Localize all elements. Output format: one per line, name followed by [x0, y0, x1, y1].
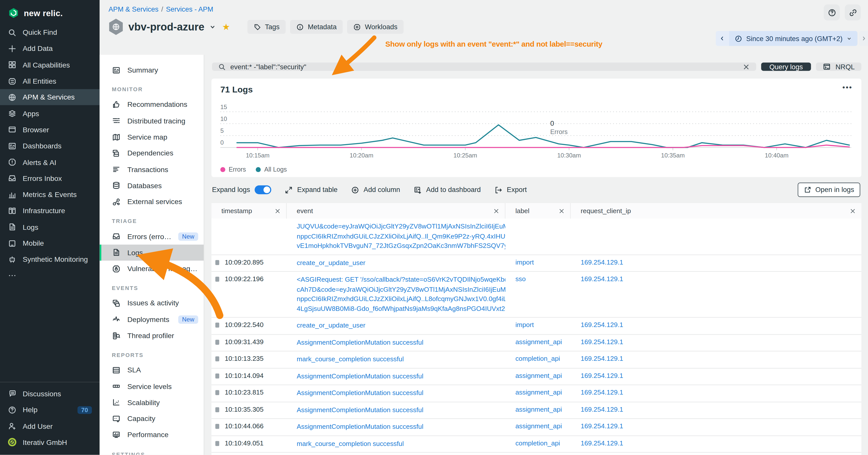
workloads-button[interactable]: Workloads — [347, 20, 403, 34]
column-header-label[interactable]: label — [505, 203, 570, 219]
ip-link[interactable]: 169.254.129.1 — [581, 422, 623, 430]
breadcrumb-services-apm[interactable]: Services - APM — [166, 5, 213, 13]
table-row[interactable]: 10:10:35.305AssignmentCompletionMutation… — [212, 401, 862, 419]
clear-query-icon[interactable] — [742, 63, 750, 70]
event-link[interactable]: <ASGIRequest: GET '/sso/callback/?state=… — [297, 275, 500, 285]
subnav-item-vulnerability-management[interactable]: Vulnerability Management — [99, 260, 204, 277]
ip-link[interactable]: 169.254.129.1 — [581, 439, 623, 447]
subnav-item-external-services[interactable]: External services — [99, 194, 204, 210]
event-link[interactable]: create_or_update_user — [297, 321, 500, 330]
title-chevron-down-icon[interactable] — [210, 24, 216, 30]
event-link[interactable]: mark_course_completion successful — [297, 355, 500, 364]
subnav-item-transactions[interactable]: Transactions — [99, 161, 204, 177]
column-header-timestamp[interactable]: timestamp — [212, 203, 287, 219]
event-link[interactable]: 4LgSjsuUW8B0Mi8-Gdo_f6ofWhjpatNs9jaMs9qK… — [297, 304, 500, 314]
sidebar-item-infrastructure[interactable]: Infrastructure — [0, 202, 99, 219]
ip-link[interactable]: 169.254.129.1 — [581, 275, 623, 283]
column-header-request-client-ip[interactable]: request_client_ip — [571, 203, 862, 219]
table-row[interactable]: 10:09:20.895create_or_update_userimport1… — [212, 254, 862, 271]
label-link[interactable]: assignment_api — [516, 422, 562, 430]
sidebar-item-errors-inbox[interactable]: Errors Inbox — [0, 170, 99, 187]
panel-menu-button[interactable]: ••• — [842, 85, 852, 90]
subnav-item-logs[interactable]: Logs — [99, 245, 204, 260]
query-logs-button[interactable]: Query logs — [761, 63, 811, 71]
sidebar-item-item[interactable] — [0, 267, 99, 284]
subnav-item-errors-errors-inb[interactable]: Errors (errors inb...New — [99, 228, 204, 245]
label-link[interactable]: assignment_api — [516, 371, 562, 380]
breadcrumb-apm-services[interactable]: APM & Services — [108, 5, 158, 13]
subnav-item-distributed-tracing[interactable]: Distributed tracing — [99, 112, 204, 129]
log-search-input[interactable]: event:* -"label":"security" — [212, 63, 756, 71]
sidebar-item-synthetic-monitoring[interactable]: Synthetic Monitoring — [0, 252, 99, 267]
event-link[interactable]: AssignmentCompletionMutation successful — [297, 338, 500, 348]
ip-link[interactable]: 169.254.129.1 — [581, 258, 623, 266]
export-button[interactable]: Export — [494, 186, 527, 194]
table-row[interactable]: 10:10:13.235mark_course_completion succe… — [212, 351, 862, 368]
sidebar-item-metrics-events[interactable]: Metrics & Events — [0, 187, 99, 202]
event-link[interactable]: nppcCI6IkRIZmxhdGUiLCJzZXliOilxLjAifQ..L… — [297, 294, 500, 304]
sidebar-item-add-data[interactable]: Add Data — [0, 40, 99, 57]
subnav-item-service-levels[interactable]: Service levels — [99, 378, 204, 394]
ip-link[interactable]: 169.254.129.1 — [581, 405, 623, 413]
event-link[interactable]: AssignmentCompletionMutation successful — [297, 371, 500, 381]
copy-permalink-button[interactable] — [845, 4, 861, 21]
sidebar-item-browser[interactable]: Browser — [0, 122, 99, 138]
table-row[interactable]: 10:10:23.815AssignmentCompletionMutation… — [212, 385, 862, 401]
sidebar-item-alerts-ai[interactable]: Alerts & AI — [0, 154, 99, 170]
subnav-item-performance[interactable]: Performance — [99, 427, 204, 443]
legend-item-errors[interactable]: Errors — [220, 166, 246, 172]
time-range-dropdown[interactable]: Since 30 minutes ago (GMT+2) — [729, 31, 858, 46]
table-row[interactable]: 10:10:14.094AssignmentCompletionMutation… — [212, 368, 862, 385]
sidebar-item-quick-find[interactable]: Quick Find — [0, 25, 99, 40]
table-row[interactable]: 10:09:31.439AssignmentCompletionMutation… — [212, 334, 862, 351]
column-header-event[interactable]: event — [287, 203, 505, 219]
label-link[interactable]: sso — [516, 275, 526, 283]
sidebar-item-all-entities[interactable]: All Entities — [0, 73, 99, 89]
remove-column-icon[interactable] — [558, 208, 564, 214]
label-link[interactable]: completion_api — [516, 439, 560, 447]
sidebar-item-all-capabilities[interactable]: All Capabilities — [0, 57, 99, 73]
subnav-item-deployments[interactable]: DeploymentsNew — [99, 312, 204, 327]
sidebar-item-iterativ-gmbh[interactable]: Iterativ GmbH — [0, 434, 99, 451]
sidebar-item-apps[interactable]: Apps — [0, 105, 99, 122]
subnav-item-thread-profiler[interactable]: Thread profiler — [99, 327, 204, 344]
time-forward-button[interactable] — [859, 31, 868, 46]
sidebar-item-help[interactable]: Help70 — [0, 402, 99, 418]
ip-link[interactable]: 169.254.129.1 — [581, 321, 623, 329]
sidebar-item-add-user[interactable]: Add User — [0, 418, 99, 434]
sidebar-item-dashboards[interactable]: Dashboards — [0, 138, 99, 154]
sidebar-item-logs[interactable]: Logs — [0, 219, 99, 235]
label-link[interactable]: assignment_api — [516, 389, 562, 396]
legend-item-all-logs[interactable]: All Logs — [256, 166, 287, 172]
label-link[interactable]: import — [516, 258, 534, 266]
label-link[interactable]: completion_api — [516, 355, 560, 362]
event-link[interactable]: create_or_update_user — [297, 258, 500, 268]
tags-button[interactable]: Tags — [247, 20, 285, 34]
table-row[interactable]: 10:11:00.311AssignmentCompletionMutation… — [212, 452, 862, 455]
ip-link[interactable]: 169.254.129.1 — [581, 338, 623, 346]
add-to-dashboard-button[interactable]: Add to dashboard — [413, 186, 480, 194]
event-link[interactable]: vE1moHpkhokTVBvguN7_72JtGzGsqxZpn2OaKc3n… — [297, 241, 500, 251]
remove-column-icon[interactable] — [850, 208, 856, 214]
subnav-item-capacity[interactable]: Capacity — [99, 411, 204, 427]
remove-column-icon[interactable] — [493, 208, 499, 214]
subnav-item-scalability[interactable]: Scalability — [99, 394, 204, 411]
open-in-logs-button[interactable]: Open in logs — [798, 183, 861, 197]
subnav-item-databases[interactable]: Databases — [99, 177, 204, 194]
expand-logs-toggle[interactable] — [254, 186, 271, 194]
sidebar-item-discussions[interactable]: Discussions — [0, 386, 99, 401]
table-row[interactable]: 10:09:22.540create_or_update_userimport1… — [212, 317, 862, 334]
label-link[interactable]: assignment_api — [516, 338, 562, 346]
ip-link[interactable]: 169.254.129.1 — [581, 371, 623, 380]
table-row[interactable]: 10:10:44.066AssignmentCompletionMutation… — [212, 419, 862, 435]
table-row[interactable]: 10:10:49.051mark_course_completion succe… — [212, 435, 862, 452]
subnav-item-service-map[interactable]: Service map — [99, 129, 204, 145]
ip-link[interactable]: 169.254.129.1 — [581, 389, 623, 396]
label-link[interactable]: assignment_api — [516, 405, 562, 413]
subnav-item-dependencies[interactable]: Dependencies — [99, 145, 204, 161]
newrelic-logo[interactable]: new relic. — [0, 0, 99, 25]
help-button[interactable] — [824, 4, 840, 21]
event-link[interactable]: mark_course_completion successful — [297, 439, 500, 449]
subnav-item-sla[interactable]: SLA — [99, 362, 204, 378]
expand-logs-toggle-item[interactable]: Expand logs — [212, 186, 271, 194]
